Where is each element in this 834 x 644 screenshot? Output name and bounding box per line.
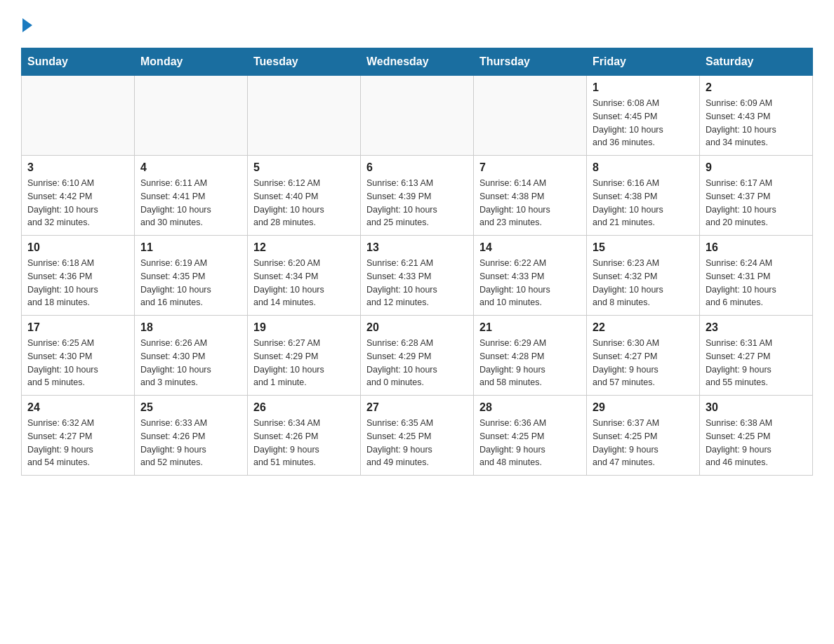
week-row-1: 1Sunrise: 6:08 AM Sunset: 4:45 PM Daylig… xyxy=(22,76,813,156)
day-number: 8 xyxy=(593,161,694,174)
day-number: 27 xyxy=(366,401,468,414)
calendar-cell: 10Sunrise: 6:18 AM Sunset: 4:36 PM Dayli… xyxy=(22,236,135,316)
page-header xyxy=(21,21,813,34)
calendar-cell: 21Sunrise: 6:29 AM Sunset: 4:28 PM Dayli… xyxy=(474,316,587,396)
week-row-2: 3Sunrise: 6:10 AM Sunset: 4:42 PM Daylig… xyxy=(22,156,813,236)
calendar-cell: 5Sunrise: 6:12 AM Sunset: 4:40 PM Daylig… xyxy=(248,156,361,236)
day-info: Sunrise: 6:08 AM Sunset: 4:45 PM Dayligh… xyxy=(593,97,694,149)
day-number: 5 xyxy=(253,161,355,174)
calendar-cell: 17Sunrise: 6:25 AM Sunset: 4:30 PM Dayli… xyxy=(22,316,135,396)
day-info: Sunrise: 6:30 AM Sunset: 4:27 PM Dayligh… xyxy=(593,337,694,389)
day-info: Sunrise: 6:37 AM Sunset: 4:25 PM Dayligh… xyxy=(593,417,694,469)
day-number: 23 xyxy=(706,321,807,334)
day-number: 6 xyxy=(366,161,468,174)
calendar-cell: 11Sunrise: 6:19 AM Sunset: 4:35 PM Dayli… xyxy=(135,236,248,316)
calendar-cell: 9Sunrise: 6:17 AM Sunset: 4:37 PM Daylig… xyxy=(700,156,813,236)
calendar-table: SundayMondayTuesdayWednesdayThursdayFrid… xyxy=(21,48,813,476)
calendar-cell: 25Sunrise: 6:33 AM Sunset: 4:26 PM Dayli… xyxy=(135,396,248,476)
day-info: Sunrise: 6:31 AM Sunset: 4:27 PM Dayligh… xyxy=(706,337,807,389)
weekday-header-tuesday: Tuesday xyxy=(248,48,361,76)
calendar-cell: 30Sunrise: 6:38 AM Sunset: 4:25 PM Dayli… xyxy=(700,396,813,476)
calendar-cell: 27Sunrise: 6:35 AM Sunset: 4:25 PM Dayli… xyxy=(361,396,474,476)
day-info: Sunrise: 6:28 AM Sunset: 4:29 PM Dayligh… xyxy=(366,337,468,389)
calendar-cell: 19Sunrise: 6:27 AM Sunset: 4:29 PM Dayli… xyxy=(248,316,361,396)
day-number: 25 xyxy=(140,401,241,414)
day-info: Sunrise: 6:12 AM Sunset: 4:40 PM Dayligh… xyxy=(253,177,355,229)
calendar-cell xyxy=(248,76,361,156)
day-number: 11 xyxy=(140,241,241,254)
day-info: Sunrise: 6:11 AM Sunset: 4:41 PM Dayligh… xyxy=(140,177,241,229)
day-number: 24 xyxy=(27,401,128,414)
calendar-cell: 16Sunrise: 6:24 AM Sunset: 4:31 PM Dayli… xyxy=(700,236,813,316)
weekday-header-wednesday: Wednesday xyxy=(361,48,474,76)
calendar-cell: 23Sunrise: 6:31 AM Sunset: 4:27 PM Dayli… xyxy=(700,316,813,396)
day-info: Sunrise: 6:23 AM Sunset: 4:32 PM Dayligh… xyxy=(593,257,694,309)
calendar-cell: 7Sunrise: 6:14 AM Sunset: 4:38 PM Daylig… xyxy=(474,156,587,236)
day-number: 4 xyxy=(140,161,241,174)
day-number: 9 xyxy=(706,161,807,174)
calendar-cell: 18Sunrise: 6:26 AM Sunset: 4:30 PM Dayli… xyxy=(135,316,248,396)
day-info: Sunrise: 6:24 AM Sunset: 4:31 PM Dayligh… xyxy=(706,257,807,309)
weekday-header-monday: Monday xyxy=(135,48,248,76)
day-info: Sunrise: 6:34 AM Sunset: 4:26 PM Dayligh… xyxy=(253,417,355,469)
calendar-cell: 28Sunrise: 6:36 AM Sunset: 4:25 PM Dayli… xyxy=(474,396,587,476)
calendar-cell: 22Sunrise: 6:30 AM Sunset: 4:27 PM Dayli… xyxy=(587,316,700,396)
calendar-cell: 26Sunrise: 6:34 AM Sunset: 4:26 PM Dayli… xyxy=(248,396,361,476)
week-row-4: 17Sunrise: 6:25 AM Sunset: 4:30 PM Dayli… xyxy=(22,316,813,396)
day-number: 26 xyxy=(253,401,355,414)
day-info: Sunrise: 6:20 AM Sunset: 4:34 PM Dayligh… xyxy=(253,257,355,309)
day-number: 13 xyxy=(366,241,468,254)
day-number: 30 xyxy=(706,401,807,414)
calendar-cell: 14Sunrise: 6:22 AM Sunset: 4:33 PM Dayli… xyxy=(474,236,587,316)
calendar-cell: 29Sunrise: 6:37 AM Sunset: 4:25 PM Dayli… xyxy=(587,396,700,476)
day-info: Sunrise: 6:32 AM Sunset: 4:27 PM Dayligh… xyxy=(27,417,128,469)
calendar-cell: 8Sunrise: 6:16 AM Sunset: 4:38 PM Daylig… xyxy=(587,156,700,236)
weekday-header-friday: Friday xyxy=(587,48,700,76)
calendar-cell xyxy=(361,76,474,156)
day-number: 12 xyxy=(253,241,355,254)
day-info: Sunrise: 6:22 AM Sunset: 4:33 PM Dayligh… xyxy=(479,257,581,309)
day-info: Sunrise: 6:33 AM Sunset: 4:26 PM Dayligh… xyxy=(140,417,241,469)
weekday-header-sunday: Sunday xyxy=(22,48,135,76)
logo xyxy=(21,21,34,34)
day-info: Sunrise: 6:27 AM Sunset: 4:29 PM Dayligh… xyxy=(253,337,355,389)
calendar-cell: 24Sunrise: 6:32 AM Sunset: 4:27 PM Dayli… xyxy=(22,396,135,476)
day-info: Sunrise: 6:19 AM Sunset: 4:35 PM Dayligh… xyxy=(140,257,241,309)
day-number: 29 xyxy=(593,401,694,414)
day-info: Sunrise: 6:10 AM Sunset: 4:42 PM Dayligh… xyxy=(27,177,128,229)
day-number: 16 xyxy=(706,241,807,254)
calendar-cell: 20Sunrise: 6:28 AM Sunset: 4:29 PM Dayli… xyxy=(361,316,474,396)
calendar-cell xyxy=(474,76,587,156)
day-info: Sunrise: 6:36 AM Sunset: 4:25 PM Dayligh… xyxy=(479,417,581,469)
week-row-3: 10Sunrise: 6:18 AM Sunset: 4:36 PM Dayli… xyxy=(22,236,813,316)
calendar-cell: 13Sunrise: 6:21 AM Sunset: 4:33 PM Dayli… xyxy=(361,236,474,316)
calendar-cell: 2Sunrise: 6:09 AM Sunset: 4:43 PM Daylig… xyxy=(700,76,813,156)
calendar-cell xyxy=(22,76,135,156)
calendar-cell xyxy=(135,76,248,156)
day-number: 28 xyxy=(479,401,581,414)
day-info: Sunrise: 6:25 AM Sunset: 4:30 PM Dayligh… xyxy=(27,337,128,389)
calendar-cell: 4Sunrise: 6:11 AM Sunset: 4:41 PM Daylig… xyxy=(135,156,248,236)
weekday-header-saturday: Saturday xyxy=(700,48,813,76)
day-number: 7 xyxy=(479,161,581,174)
day-number: 22 xyxy=(593,321,694,334)
day-number: 20 xyxy=(366,321,468,334)
day-number: 14 xyxy=(479,241,581,254)
day-info: Sunrise: 6:21 AM Sunset: 4:33 PM Dayligh… xyxy=(366,257,468,309)
calendar-cell: 12Sunrise: 6:20 AM Sunset: 4:34 PM Dayli… xyxy=(248,236,361,316)
calendar-cell: 6Sunrise: 6:13 AM Sunset: 4:39 PM Daylig… xyxy=(361,156,474,236)
day-info: Sunrise: 6:35 AM Sunset: 4:25 PM Dayligh… xyxy=(366,417,468,469)
day-info: Sunrise: 6:16 AM Sunset: 4:38 PM Dayligh… xyxy=(593,177,694,229)
calendar-cell: 1Sunrise: 6:08 AM Sunset: 4:45 PM Daylig… xyxy=(587,76,700,156)
day-number: 17 xyxy=(27,321,128,334)
day-info: Sunrise: 6:29 AM Sunset: 4:28 PM Dayligh… xyxy=(479,337,581,389)
day-info: Sunrise: 6:09 AM Sunset: 4:43 PM Dayligh… xyxy=(706,97,807,149)
day-info: Sunrise: 6:13 AM Sunset: 4:39 PM Dayligh… xyxy=(366,177,468,229)
calendar-cell: 3Sunrise: 6:10 AM Sunset: 4:42 PM Daylig… xyxy=(22,156,135,236)
week-row-5: 24Sunrise: 6:32 AM Sunset: 4:27 PM Dayli… xyxy=(22,396,813,476)
day-number: 19 xyxy=(253,321,355,334)
day-number: 10 xyxy=(27,241,128,254)
day-info: Sunrise: 6:38 AM Sunset: 4:25 PM Dayligh… xyxy=(706,417,807,469)
day-number: 3 xyxy=(27,161,128,174)
day-info: Sunrise: 6:14 AM Sunset: 4:38 PM Dayligh… xyxy=(479,177,581,229)
